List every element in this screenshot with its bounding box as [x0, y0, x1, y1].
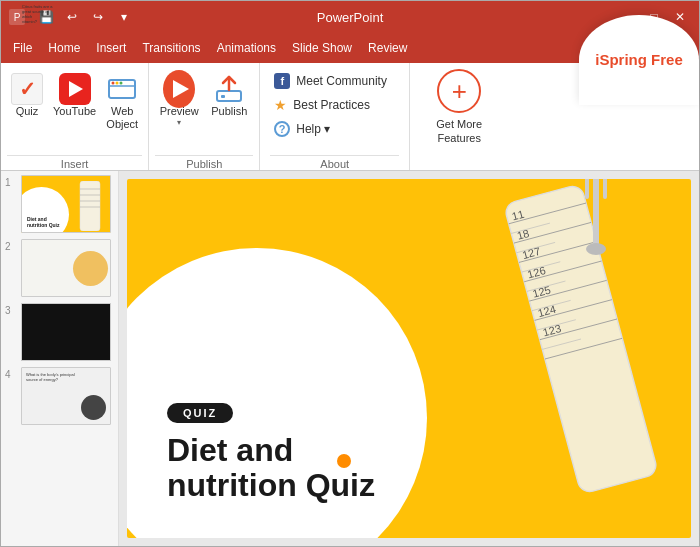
slide-1-thumb[interactable]: 1 Diet andnutrition Quiz [5, 175, 114, 233]
publish-group-label: Publish [155, 155, 253, 170]
preview-icon [163, 73, 195, 105]
orange-dot [337, 454, 351, 468]
ispring-tab[interactable]: iSpring Free [579, 15, 699, 105]
preview-dropdown-arrow: ▾ [177, 118, 181, 127]
preview-button[interactable]: Preview ▾ [155, 71, 203, 129]
insert-group: ✓ Quiz YouTube [1, 63, 149, 170]
slide-1-number: 1 [5, 177, 17, 188]
menu-file[interactable]: File [5, 37, 40, 59]
help-icon: ? [274, 121, 290, 137]
about-group-label: About [270, 155, 399, 170]
best-practices-label: Best Practices [293, 98, 370, 112]
svg-rect-5 [217, 91, 241, 101]
menu-insert[interactable]: Insert [88, 37, 134, 59]
insert-group-label: Insert [7, 155, 142, 170]
help-label: Help ▾ [296, 122, 330, 136]
ribbon: iSpring Free ✓ Quiz [1, 63, 699, 171]
publish-group-content: Preview ▾ Publish [155, 67, 253, 153]
web-object-label: WebObject [106, 105, 138, 131]
svg-point-38 [586, 243, 606, 255]
menu-slideshow[interactable]: Slide Show [284, 37, 360, 59]
about-items: f Meet Community ★ Best Practices ? Help… [270, 67, 399, 153]
svg-rect-36 [585, 179, 589, 199]
meet-community-button[interactable]: f Meet Community [270, 71, 399, 91]
main-area: 1 Diet andnutrition Quiz 2 Citrus fruits… [1, 171, 699, 546]
slide-3-number: 3 [5, 305, 17, 316]
slide-2-image: Citrus fruits are agreat source of which… [21, 239, 111, 297]
quiz-icon: ✓ [11, 73, 43, 105]
publish-label: Publish [211, 105, 247, 118]
svg-rect-37 [603, 179, 607, 199]
undo-btn[interactable]: ↩ [61, 8, 83, 26]
publish-button[interactable]: Publish [205, 71, 253, 120]
preview-label: Preview [160, 105, 199, 118]
slide-3-thumb[interactable]: 3 [5, 303, 114, 361]
menu-home[interactable]: Home [40, 37, 88, 59]
get-more-icon[interactable]: + [437, 69, 481, 113]
window-title: PowerPoint [317, 10, 383, 25]
main-slide: QUIZ Diet and nutrition Quiz [127, 179, 691, 538]
slide-1-image: Diet andnutrition Quiz [21, 175, 111, 233]
meet-community-label: Meet Community [296, 74, 387, 88]
svg-rect-35 [593, 179, 599, 249]
svg-point-2 [112, 82, 115, 85]
presentation-area: QUIZ Diet and nutrition Quiz [119, 171, 699, 546]
menu-animations[interactable]: Animations [209, 37, 284, 59]
publish-icon [213, 73, 245, 105]
redo-btn[interactable]: ↪ [87, 8, 109, 26]
slide-4-thumb[interactable]: 4 What is the body's principal source of… [5, 367, 114, 425]
web-icon-svg [107, 74, 137, 104]
slide-panel: 1 Diet andnutrition Quiz 2 Citrus fruits… [1, 171, 119, 546]
get-more-group[interactable]: + Get More Features [410, 63, 508, 170]
preview-play-icon [173, 80, 189, 98]
best-practices-button[interactable]: ★ Best Practices [270, 95, 399, 115]
star-icon: ★ [274, 97, 287, 113]
slide-4-number: 4 [5, 369, 17, 380]
youtube-button[interactable]: YouTube [49, 71, 100, 120]
youtube-play-icon [69, 81, 83, 97]
web-object-icon [106, 73, 138, 105]
web-object-button[interactable]: WebObject [102, 71, 142, 133]
menu-review[interactable]: Review [360, 37, 415, 59]
youtube-label: YouTube [53, 105, 96, 118]
insert-group-content: ✓ Quiz YouTube [7, 67, 142, 153]
quiz-label: Quiz [16, 105, 39, 118]
ispring-tab-label: iSpring Free [595, 51, 683, 69]
about-group: f Meet Community ★ Best Practices ? Help… [260, 63, 410, 170]
slide-title-line2: nutrition Quiz [167, 468, 375, 503]
quiz-badge: QUIZ [167, 403, 233, 423]
slide-1-tape [75, 181, 105, 233]
slide-4-text: What is the body's principal source of e… [26, 372, 76, 382]
svg-point-4 [120, 82, 123, 85]
fork-svg [581, 179, 611, 289]
publish-icon-svg [213, 73, 245, 105]
publish-group: Preview ▾ Publish Publi [149, 63, 260, 170]
slide-1-text: Diet andnutrition Quiz [27, 216, 60, 228]
slide-text-area: QUIZ Diet and nutrition Quiz [167, 403, 375, 503]
app-window: P 💾 ↩ ↪ ▾ PowerPoint − □ ✕ File Home Ins… [0, 0, 700, 547]
check-mark: ✓ [19, 77, 36, 101]
facebook-icon: f [274, 73, 290, 89]
slide-3-image [21, 303, 111, 361]
get-more-label: Get More Features [424, 117, 494, 146]
slide-4-image: What is the body's principal source of e… [21, 367, 111, 425]
help-button[interactable]: ? Help ▾ [270, 119, 399, 139]
svg-point-3 [116, 82, 119, 85]
svg-rect-6 [221, 95, 225, 98]
slide-4-circle [81, 395, 106, 420]
svg-rect-7 [80, 181, 100, 231]
youtube-icon [59, 73, 91, 105]
slide-2-thumb[interactable]: 2 Citrus fruits are agreat source of whi… [5, 239, 114, 297]
menu-transitions[interactable]: Transitions [134, 37, 208, 59]
quiz-button[interactable]: ✓ Quiz [7, 71, 47, 120]
slide-2-number: 2 [5, 241, 17, 252]
fork-handle [581, 179, 611, 289]
slide-2-img [73, 251, 108, 286]
more-btn[interactable]: ▾ [113, 8, 135, 26]
